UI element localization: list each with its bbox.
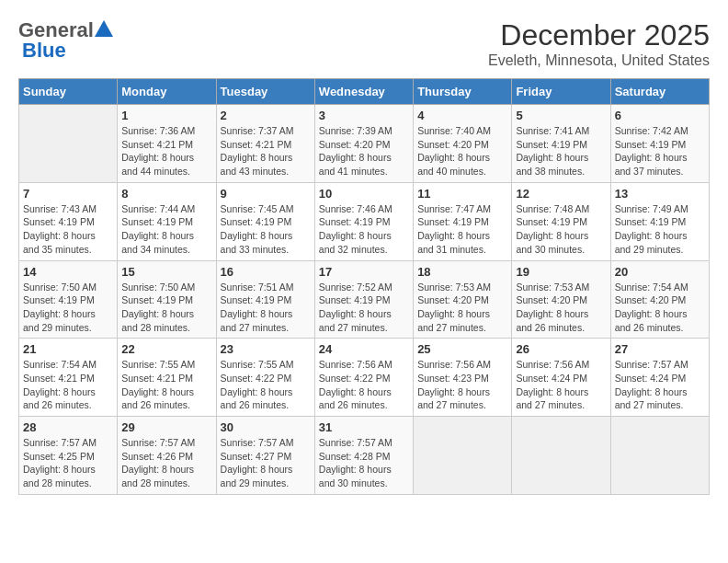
day-info: Sunrise: 7:40 AMSunset: 4:20 PMDaylight:…	[417, 124, 507, 178]
day-info: Sunrise: 7:55 AMSunset: 4:21 PMDaylight:…	[121, 358, 211, 412]
day-number: 3	[319, 109, 409, 122]
day-number: 29	[121, 420, 211, 434]
calendar-header-monday: Monday	[118, 79, 216, 105]
day-info: Sunrise: 7:46 AMSunset: 4:19 PMDaylight:…	[319, 202, 409, 257]
calendar-cell: 22Sunrise: 7:55 AMSunset: 4:21 PMDayligh…	[118, 339, 216, 417]
calendar-cell: 2Sunrise: 7:37 AMSunset: 4:21 PMDaylight…	[216, 105, 314, 183]
calendar-cell: 19Sunrise: 7:53 AMSunset: 4:20 PMDayligh…	[512, 260, 610, 339]
day-number: 6	[615, 109, 705, 122]
calendar-cell	[19, 105, 118, 183]
day-number: 17	[319, 265, 409, 279]
day-info: Sunrise: 7:39 AMSunset: 4:20 PMDaylight:…	[319, 124, 409, 178]
calendar-cell: 20Sunrise: 7:54 AMSunset: 4:20 PMDayligh…	[610, 260, 709, 339]
day-number: 15	[121, 265, 211, 279]
day-number: 19	[516, 265, 606, 279]
day-number: 18	[417, 265, 507, 279]
day-number: 27	[615, 342, 705, 356]
calendar-week-row: 7Sunrise: 7:43 AMSunset: 4:19 PMDaylight…	[19, 182, 710, 260]
calendar-cell: 12Sunrise: 7:48 AMSunset: 4:19 PMDayligh…	[512, 182, 610, 260]
day-info: Sunrise: 7:49 AMSunset: 4:19 PMDaylight:…	[615, 202, 705, 257]
calendar-header-friday: Friday	[512, 79, 610, 105]
calendar-cell: 10Sunrise: 7:46 AMSunset: 4:19 PMDayligh…	[314, 182, 413, 260]
day-info: Sunrise: 7:56 AMSunset: 4:24 PMDaylight:…	[516, 358, 606, 412]
day-number: 21	[23, 342, 113, 356]
day-info: Sunrise: 7:55 AMSunset: 4:22 PMDaylight:…	[221, 358, 311, 412]
day-number: 14	[23, 265, 113, 279]
logo-blue-text: Blue	[22, 39, 66, 62]
day-info: Sunrise: 7:57 AMSunset: 4:28 PMDaylight:…	[319, 436, 409, 490]
calendar-cell: 8Sunrise: 7:44 AMSunset: 4:19 PMDaylight…	[118, 182, 216, 260]
day-info: Sunrise: 7:42 AMSunset: 4:19 PMDaylight:…	[615, 124, 705, 178]
day-number: 28	[23, 420, 113, 434]
day-number: 1	[121, 109, 211, 122]
day-number: 8	[121, 187, 211, 201]
calendar-week-row: 14Sunrise: 7:50 AMSunset: 4:19 PMDayligh…	[19, 260, 710, 339]
calendar-cell: 7Sunrise: 7:43 AMSunset: 4:19 PMDaylight…	[19, 182, 118, 260]
day-number: 24	[319, 342, 409, 356]
day-info: Sunrise: 7:57 AMSunset: 4:27 PMDaylight:…	[221, 436, 311, 490]
calendar-cell: 31Sunrise: 7:57 AMSunset: 4:28 PMDayligh…	[314, 417, 413, 495]
day-info: Sunrise: 7:52 AMSunset: 4:19 PMDaylight:…	[319, 281, 409, 335]
calendar-cell: 14Sunrise: 7:50 AMSunset: 4:19 PMDayligh…	[19, 260, 118, 339]
day-number: 5	[516, 109, 606, 122]
day-info: Sunrise: 7:51 AMSunset: 4:19 PMDaylight:…	[221, 281, 311, 335]
day-info: Sunrise: 7:56 AMSunset: 4:22 PMDaylight:…	[319, 358, 409, 412]
logo: General Blue	[18, 18, 113, 63]
calendar-header-wednesday: Wednesday	[314, 79, 413, 105]
day-info: Sunrise: 7:41 AMSunset: 4:19 PMDaylight:…	[516, 124, 606, 178]
day-info: Sunrise: 7:57 AMSunset: 4:25 PMDaylight:…	[23, 436, 113, 490]
calendar-cell: 4Sunrise: 7:40 AMSunset: 4:20 PMDaylight…	[414, 105, 512, 183]
day-info: Sunrise: 7:43 AMSunset: 4:19 PMDaylight:…	[23, 202, 113, 257]
day-number: 22	[121, 342, 211, 356]
calendar-header-sunday: Sunday	[19, 79, 118, 105]
day-number: 25	[417, 342, 507, 356]
day-number: 9	[221, 187, 311, 201]
day-info: Sunrise: 7:50 AMSunset: 4:19 PMDaylight:…	[23, 281, 113, 335]
day-info: Sunrise: 7:54 AMSunset: 4:20 PMDaylight:…	[615, 281, 705, 335]
day-number: 31	[319, 420, 409, 434]
calendar-cell: 23Sunrise: 7:55 AMSunset: 4:22 PMDayligh…	[216, 339, 314, 417]
day-number: 20	[615, 265, 705, 279]
day-number: 16	[221, 265, 311, 279]
calendar-week-row: 1Sunrise: 7:36 AMSunset: 4:21 PMDaylight…	[19, 105, 710, 183]
calendar-cell	[610, 417, 709, 495]
calendar-cell: 16Sunrise: 7:51 AMSunset: 4:19 PMDayligh…	[216, 260, 314, 339]
day-info: Sunrise: 7:57 AMSunset: 4:24 PMDaylight:…	[615, 358, 705, 412]
calendar-header-thursday: Thursday	[414, 79, 512, 105]
calendar-cell: 6Sunrise: 7:42 AMSunset: 4:19 PMDaylight…	[610, 105, 709, 183]
calendar-week-row: 21Sunrise: 7:54 AMSunset: 4:21 PMDayligh…	[19, 339, 710, 417]
calendar-header-saturday: Saturday	[610, 79, 709, 105]
calendar-week-row: 28Sunrise: 7:57 AMSunset: 4:25 PMDayligh…	[19, 417, 710, 495]
day-info: Sunrise: 7:53 AMSunset: 4:20 PMDaylight:…	[516, 281, 606, 335]
day-number: 26	[516, 342, 606, 356]
calendar-header-tuesday: Tuesday	[216, 79, 314, 105]
calendar-cell: 5Sunrise: 7:41 AMSunset: 4:19 PMDaylight…	[512, 105, 610, 183]
calendar-cell: 30Sunrise: 7:57 AMSunset: 4:27 PMDayligh…	[216, 417, 314, 495]
day-number: 12	[516, 187, 606, 201]
calendar-cell: 17Sunrise: 7:52 AMSunset: 4:19 PMDayligh…	[314, 260, 413, 339]
day-info: Sunrise: 7:47 AMSunset: 4:19 PMDaylight:…	[417, 202, 507, 257]
calendar-cell: 21Sunrise: 7:54 AMSunset: 4:21 PMDayligh…	[19, 339, 118, 417]
logo-triangle-icon	[95, 20, 113, 37]
calendar-cell: 26Sunrise: 7:56 AMSunset: 4:24 PMDayligh…	[512, 339, 610, 417]
calendar-cell	[414, 417, 512, 495]
day-info: Sunrise: 7:45 AMSunset: 4:19 PMDaylight:…	[221, 202, 311, 257]
calendar-cell: 18Sunrise: 7:53 AMSunset: 4:20 PMDayligh…	[414, 260, 512, 339]
day-number: 10	[319, 187, 409, 201]
calendar-cell: 29Sunrise: 7:57 AMSunset: 4:26 PMDayligh…	[118, 417, 216, 495]
day-info: Sunrise: 7:36 AMSunset: 4:21 PMDaylight:…	[121, 124, 211, 178]
page-subtitle: Eveleth, Minnesota, United States	[488, 52, 710, 69]
calendar-cell	[512, 417, 610, 495]
calendar-cell: 25Sunrise: 7:56 AMSunset: 4:23 PMDayligh…	[414, 339, 512, 417]
calendar-header-row: SundayMondayTuesdayWednesdayThursdayFrid…	[19, 79, 710, 105]
day-info: Sunrise: 7:53 AMSunset: 4:20 PMDaylight:…	[417, 281, 507, 335]
calendar-cell: 15Sunrise: 7:50 AMSunset: 4:19 PMDayligh…	[118, 260, 216, 339]
day-info: Sunrise: 7:44 AMSunset: 4:19 PMDaylight:…	[121, 202, 211, 257]
calendar-cell: 3Sunrise: 7:39 AMSunset: 4:20 PMDaylight…	[314, 105, 413, 183]
day-number: 30	[221, 420, 311, 434]
day-info: Sunrise: 7:56 AMSunset: 4:23 PMDaylight:…	[417, 358, 507, 412]
day-info: Sunrise: 7:50 AMSunset: 4:19 PMDaylight:…	[121, 281, 211, 335]
day-info: Sunrise: 7:37 AMSunset: 4:21 PMDaylight:…	[221, 124, 311, 178]
svg-marker-0	[95, 20, 113, 37]
day-info: Sunrise: 7:54 AMSunset: 4:21 PMDaylight:…	[23, 358, 113, 412]
